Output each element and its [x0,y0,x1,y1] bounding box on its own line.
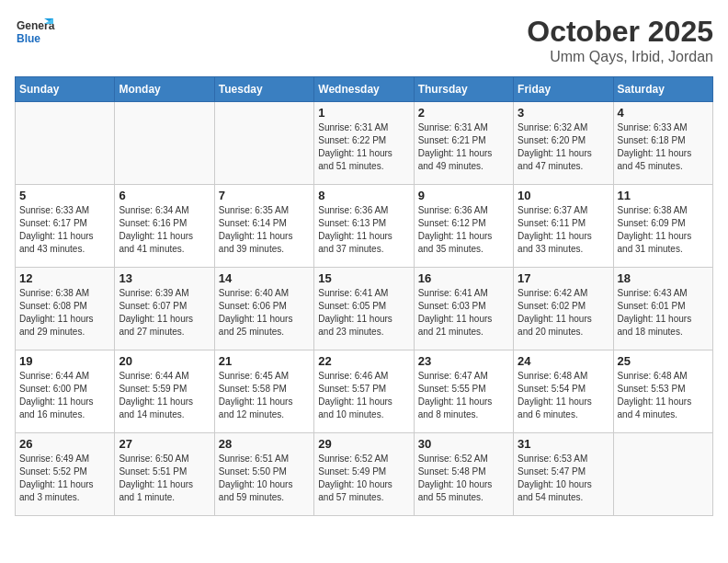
day-number: 7 [219,189,310,202]
day-number: 29 [318,437,409,451]
calendar-day-3: 3Sunrise: 6:32 AM Sunset: 6:20 PM Daylig… [514,102,613,185]
day-number: 14 [219,271,310,285]
day-number: 31 [518,437,609,451]
day-info: Sunrise: 6:31 AM Sunset: 6:21 PM Dayligh… [418,121,509,173]
title-block: October 2025 Umm Qays, Irbid, Jordan [527,15,713,65]
calendar-day-12: 12Sunrise: 6:38 AM Sunset: 6:08 PM Dayli… [16,268,115,350]
day-info: Sunrise: 6:44 AM Sunset: 5:59 PM Dayligh… [119,370,210,421]
weekday-header-thursday: Thursday [414,77,513,102]
calendar-day-30: 30Sunrise: 6:52 AM Sunset: 5:48 PM Dayli… [414,433,513,516]
weekday-header-sunday: Sunday [16,77,115,102]
day-number: 22 [318,354,409,368]
calendar-day-4: 4Sunrise: 6:33 AM Sunset: 6:18 PM Daylig… [613,102,712,185]
calendar-day-16: 16Sunrise: 6:41 AM Sunset: 6:03 PM Dayli… [414,268,513,350]
day-info: Sunrise: 6:37 AM Sunset: 6:11 PM Dayligh… [518,204,609,256]
day-number: 17 [518,271,609,285]
page-header: General Blue October 2025 Umm Qays, Irbi… [15,15,713,65]
day-number: 23 [418,354,509,368]
calendar-day-13: 13Sunrise: 6:39 AM Sunset: 6:07 PM Dayli… [115,268,214,350]
day-number: 18 [618,271,709,285]
calendar-day-10: 10Sunrise: 6:37 AM Sunset: 6:11 PM Dayli… [514,185,613,268]
calendar-empty-cell [613,433,712,516]
day-info: Sunrise: 6:34 AM Sunset: 6:16 PM Dayligh… [119,204,210,256]
day-info: Sunrise: 6:39 AM Sunset: 6:07 PM Dayligh… [119,287,210,339]
day-number: 11 [618,189,709,202]
day-number: 8 [318,189,409,202]
calendar-day-21: 21Sunrise: 6:45 AM Sunset: 5:58 PM Dayli… [214,350,313,433]
day-info: Sunrise: 6:40 AM Sunset: 6:06 PM Dayligh… [219,287,310,339]
calendar-day-7: 7Sunrise: 6:35 AM Sunset: 6:14 PM Daylig… [214,185,313,268]
page-subtitle: Umm Qays, Irbid, Jordan [527,49,713,65]
day-info: Sunrise: 6:51 AM Sunset: 5:50 PM Dayligh… [219,453,310,504]
day-info: Sunrise: 6:48 AM Sunset: 5:53 PM Dayligh… [618,370,709,421]
day-number: 19 [19,354,110,368]
day-number: 15 [318,271,409,285]
day-number: 28 [219,437,310,451]
day-info: Sunrise: 6:52 AM Sunset: 5:48 PM Dayligh… [418,453,509,504]
day-info: Sunrise: 6:48 AM Sunset: 5:54 PM Dayligh… [518,370,609,421]
calendar-day-18: 18Sunrise: 6:43 AM Sunset: 6:01 PM Dayli… [613,268,712,350]
day-number: 6 [119,189,210,202]
day-info: Sunrise: 6:52 AM Sunset: 5:49 PM Dayligh… [318,453,409,504]
calendar-day-5: 5Sunrise: 6:33 AM Sunset: 6:17 PM Daylig… [16,185,115,268]
calendar-day-2: 2Sunrise: 6:31 AM Sunset: 6:21 PM Daylig… [414,102,513,185]
day-number: 3 [518,106,609,120]
calendar-week-row: 12Sunrise: 6:38 AM Sunset: 6:08 PM Dayli… [16,268,713,350]
day-number: 5 [19,189,110,202]
day-number: 12 [19,271,110,285]
weekday-header-wednesday: Wednesday [314,77,414,102]
day-info: Sunrise: 6:33 AM Sunset: 6:17 PM Dayligh… [19,204,110,256]
day-info: Sunrise: 6:50 AM Sunset: 5:51 PM Dayligh… [119,453,210,504]
day-number: 2 [418,106,509,120]
calendar-day-24: 24Sunrise: 6:48 AM Sunset: 5:54 PM Dayli… [514,350,613,433]
day-info: Sunrise: 6:33 AM Sunset: 6:18 PM Dayligh… [618,121,709,173]
day-number: 30 [418,437,509,451]
day-info: Sunrise: 6:53 AM Sunset: 5:47 PM Dayligh… [518,453,609,504]
calendar-day-11: 11Sunrise: 6:38 AM Sunset: 6:09 PM Dayli… [613,185,712,268]
calendar-day-26: 26Sunrise: 6:49 AM Sunset: 5:52 PM Dayli… [16,433,115,516]
day-number: 16 [418,271,509,285]
calendar-empty-cell [115,102,214,185]
calendar-table: SundayMondayTuesdayWednesdayThursdayFrid… [15,76,713,516]
weekday-header-friday: Friday [514,77,613,102]
calendar-day-19: 19Sunrise: 6:44 AM Sunset: 6:00 PM Dayli… [16,350,115,433]
day-info: Sunrise: 6:38 AM Sunset: 6:09 PM Dayligh… [618,204,709,256]
calendar-week-row: 1Sunrise: 6:31 AM Sunset: 6:22 PM Daylig… [16,102,713,185]
day-number: 9 [418,189,509,202]
logo: General Blue [15,15,55,55]
day-number: 4 [618,106,709,120]
calendar-day-27: 27Sunrise: 6:50 AM Sunset: 5:51 PM Dayli… [115,433,214,516]
day-info: Sunrise: 6:36 AM Sunset: 6:13 PM Dayligh… [318,204,409,256]
calendar-week-row: 19Sunrise: 6:44 AM Sunset: 6:00 PM Dayli… [16,350,713,433]
calendar-empty-cell [16,102,115,185]
day-info: Sunrise: 6:46 AM Sunset: 5:57 PM Dayligh… [318,370,409,421]
calendar-day-31: 31Sunrise: 6:53 AM Sunset: 5:47 PM Dayli… [514,433,613,516]
day-number: 20 [119,354,210,368]
calendar-empty-cell [214,102,313,185]
calendar-day-29: 29Sunrise: 6:52 AM Sunset: 5:49 PM Dayli… [314,433,414,516]
calendar-day-8: 8Sunrise: 6:36 AM Sunset: 6:13 PM Daylig… [314,185,414,268]
day-info: Sunrise: 6:45 AM Sunset: 5:58 PM Dayligh… [219,370,310,421]
calendar-day-23: 23Sunrise: 6:47 AM Sunset: 5:55 PM Dayli… [414,350,513,433]
svg-text:Blue: Blue [17,32,40,45]
weekday-header-monday: Monday [115,77,214,102]
day-info: Sunrise: 6:43 AM Sunset: 6:01 PM Dayligh… [618,287,709,339]
calendar-day-28: 28Sunrise: 6:51 AM Sunset: 5:50 PM Dayli… [214,433,313,516]
calendar-day-15: 15Sunrise: 6:41 AM Sunset: 6:05 PM Dayli… [314,268,414,350]
weekday-header-row: SundayMondayTuesdayWednesdayThursdayFrid… [16,77,713,102]
calendar-day-6: 6Sunrise: 6:34 AM Sunset: 6:16 PM Daylig… [115,185,214,268]
day-number: 27 [119,437,210,451]
day-info: Sunrise: 6:49 AM Sunset: 5:52 PM Dayligh… [19,453,110,504]
calendar-day-22: 22Sunrise: 6:46 AM Sunset: 5:57 PM Dayli… [314,350,414,433]
day-info: Sunrise: 6:31 AM Sunset: 6:22 PM Dayligh… [318,121,409,173]
calendar-day-14: 14Sunrise: 6:40 AM Sunset: 6:06 PM Dayli… [214,268,313,350]
day-info: Sunrise: 6:32 AM Sunset: 6:20 PM Dayligh… [518,121,609,173]
day-info: Sunrise: 6:35 AM Sunset: 6:14 PM Dayligh… [219,204,310,256]
page-title: October 2025 [527,15,713,49]
day-info: Sunrise: 6:38 AM Sunset: 6:08 PM Dayligh… [19,287,110,339]
calendar-day-17: 17Sunrise: 6:42 AM Sunset: 6:02 PM Dayli… [514,268,613,350]
calendar-week-row: 26Sunrise: 6:49 AM Sunset: 5:52 PM Dayli… [16,433,713,516]
day-info: Sunrise: 6:41 AM Sunset: 6:03 PM Dayligh… [418,287,509,339]
day-info: Sunrise: 6:44 AM Sunset: 6:00 PM Dayligh… [19,370,110,421]
calendar-week-row: 5Sunrise: 6:33 AM Sunset: 6:17 PM Daylig… [16,185,713,268]
